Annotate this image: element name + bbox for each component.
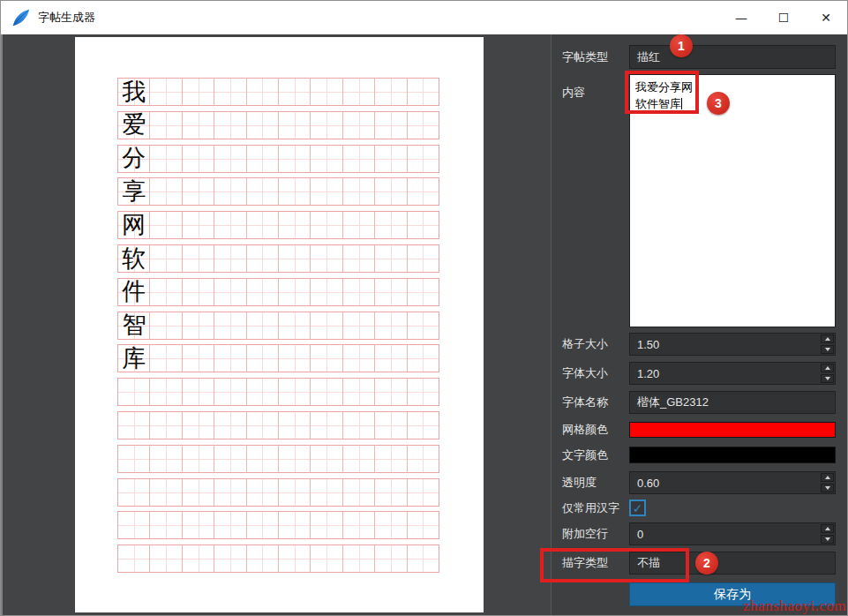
grid-cell [343,379,375,405]
app-window: 字帖生成器 — ☐ ✕ 我爱分享网软件智库 字帖类型 描红 内容 我爱分享网软件… [0,0,848,616]
grid-cell [375,212,407,238]
grid-cell [183,545,214,572]
grid-cell [279,112,311,139]
watermark: zhanshaoyi.com [743,597,846,615]
grid-cell [311,279,342,305]
preview-page: 我爱分享网软件智库 [75,37,484,612]
row-extra-lines: 附加空行 0 [562,522,836,545]
grid-cell [214,146,246,172]
grid-cell [343,112,375,139]
extra-lines-spinner [820,523,835,545]
grid-cell [150,312,182,339]
grid-cell [279,279,311,305]
grid-cell [343,245,375,272]
grid-row: 爱 [117,111,439,139]
spin-down-icon[interactable] [821,484,834,492]
grid-cell: 智 [118,312,150,339]
common-only-checkbox[interactable]: ✓ [629,500,646,516]
spin-up-icon[interactable] [821,473,834,482]
grid-cell [183,79,214,105]
spin-down-icon[interactable] [821,374,834,383]
grid-cell [375,345,407,372]
grid-cell [408,245,439,272]
grid-row: 网 [117,211,439,239]
grid-cell [343,79,375,105]
opacity-label: 透明度 [562,475,629,491]
grid-cell [408,446,439,472]
grid-cell: 软 [118,245,150,272]
grid-cell [279,245,311,272]
grid-cell [150,146,182,172]
grid-cell [343,345,375,372]
grid-cell [183,446,214,472]
grid-color-swatch[interactable] [629,422,836,438]
row-font-name: 字体名称 楷体_GB2312 [562,391,836,414]
grid-cell [279,345,311,372]
font-name-label: 字体名称 [562,394,629,410]
maximize-button[interactable]: ☐ [762,1,805,34]
grid-cell [247,312,279,339]
opacity-input[interactable]: 0.60 [629,471,836,494]
grid-cell [279,178,311,205]
grid-cell [247,412,279,439]
grid-cell [214,512,246,538]
copybook-type-select[interactable]: 描红 [629,45,836,69]
spin-down-icon[interactable] [821,535,834,544]
grid-cell [279,545,311,572]
font-size-input[interactable]: 1.20 [629,362,836,385]
annotation-rect-trace-type [540,548,689,582]
grid-cell [150,545,182,572]
grid-row: 智 [117,312,439,340]
grid-size-spinner [820,334,835,355]
grid-cell: 爱 [118,112,150,139]
grid-cell [343,446,375,472]
title-bar: 字帖生成器 — ☐ ✕ [1,1,847,34]
grid-cell [214,245,246,272]
extra-lines-input[interactable]: 0 [629,522,836,545]
grid-size-input[interactable]: 1.50 [629,333,836,356]
font-size-spinner [820,363,835,384]
grid-cell [311,212,342,238]
grid-cell [375,146,407,172]
preview-area: 我爱分享网软件智库 [1,34,552,615]
settings-panel: 字帖类型 描红 内容 我爱分享网软件智库 格子大小 1.50 字体大小 [551,34,847,615]
grid-cell [408,545,439,572]
row-grid-size: 格子大小 1.50 [562,333,836,356]
grid-cell: 我 [118,79,150,105]
grid-cell [214,545,246,572]
grid-cell [311,79,342,105]
spin-down-icon[interactable] [821,345,834,354]
grid-cell [343,212,375,238]
close-button[interactable]: ✕ [805,1,847,34]
grid-cell [214,479,246,506]
grid-row [117,511,439,539]
grid-row [117,378,439,406]
grid-row [117,445,439,473]
practice-character: 件 [118,279,149,305]
grid-cell [150,279,182,305]
grid-cell [183,379,214,405]
text-color-label: 文字颜色 [562,447,629,463]
row-font-size: 字体大小 1.20 [562,362,836,385]
grid-cell [214,379,246,405]
grid-cell [183,479,214,506]
text-color-swatch[interactable] [629,447,836,463]
grid-cell [311,479,342,506]
spin-up-icon[interactable] [821,334,834,343]
grid-cell [214,446,246,472]
grid-cell [279,146,311,172]
grid-cell [375,178,407,205]
font-name-input[interactable]: 楷体_GB2312 [629,391,836,414]
grid-cell [408,379,439,405]
grid-cell [183,412,214,439]
grid-row: 分 [117,145,439,173]
grid-cell [279,479,311,506]
grid-cell [183,345,214,372]
spin-up-icon[interactable] [821,364,834,372]
spin-up-icon[interactable] [821,524,834,533]
font-size-label: 字体大小 [562,365,629,381]
grid-cell [408,146,439,172]
grid-cell [311,345,342,372]
minimize-button[interactable]: — [720,1,762,34]
grid-cell [279,412,311,439]
